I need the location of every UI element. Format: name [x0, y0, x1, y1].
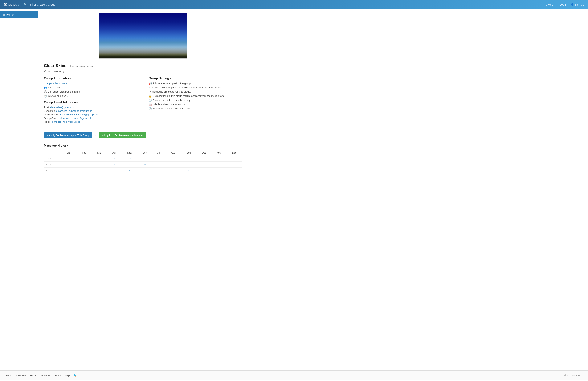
group-started-text: Started on 5/09/20	[48, 95, 68, 97]
col-apr: Apr	[107, 150, 122, 156]
row2020-jun[interactable]: 2	[138, 168, 152, 174]
group-topics-item: 💬 28 Topics, Last Post: 8:50am	[44, 90, 137, 93]
membership-buttons: + Apply For Membership In This Group or …	[44, 132, 242, 138]
message-history-section: Message History Jan Feb Mar Apr May Jun …	[44, 144, 242, 174]
row2020-jul[interactable]: 1	[152, 168, 165, 174]
row2021-apr[interactable]: 1	[107, 161, 122, 168]
settings-title: Group Settings	[149, 77, 242, 80]
setting-text-7: Members can edit their messages.	[153, 107, 191, 110]
row2021-sep	[181, 161, 197, 168]
owner-email-row: Group Owner: clearskies+owner@groups.io	[44, 117, 137, 120]
settings-list: 📢 All members can post to the group. ✔ P…	[149, 82, 242, 110]
post-email-link[interactable]: clearskies@groups.io	[50, 106, 74, 109]
history-title: Message History	[44, 144, 242, 147]
row2022-may[interactable]: 22	[122, 156, 138, 161]
footer-features-link[interactable]: Features	[16, 374, 26, 377]
col-jun: Jun	[138, 150, 152, 156]
sidebar-item-home[interactable]: ⌂ Home	[0, 11, 38, 18]
apply-membership-button[interactable]: + Apply For Membership In This Group	[44, 132, 92, 138]
row2020-may[interactable]: 7	[122, 168, 138, 174]
row2021-aug	[165, 161, 181, 168]
group-email-display: clearskies@groups.io	[69, 65, 94, 68]
group-website-link[interactable]: https://clearskies.eu	[46, 82, 68, 85]
or-separator: or	[94, 134, 97, 137]
unsubscribe-email-link[interactable]: clearskies+unsubscribe@groups.io	[59, 113, 98, 116]
row2022-sep	[181, 156, 197, 161]
edit-icon: 🕐	[149, 107, 152, 110]
row2022-feb	[76, 156, 92, 161]
setting-item-1: 📢 All members can post to the group.	[149, 82, 242, 85]
col-may: May	[122, 150, 138, 156]
navbar-left: ✉ Groups.io 🔍 Find or Create a Group	[4, 2, 55, 7]
navbar-brand[interactable]: ✉ Groups.io	[4, 2, 20, 7]
help-email-link[interactable]: clearskies+help@groups.io	[50, 120, 80, 123]
info-icon: ℹ	[546, 3, 547, 6]
col-mar: Mar	[92, 150, 107, 156]
row2022-apr[interactable]: 1	[107, 156, 122, 161]
history-table: Jan Feb Mar Apr May Jun Jul Aug Sep Oct …	[44, 150, 242, 174]
history-header-row: Jan Feb Mar Apr May Jun Jul Aug Sep Oct …	[44, 150, 242, 156]
login-nav-link[interactable]: → Log In	[556, 3, 567, 6]
group-header: Clear Skies clearskies@groups.io	[44, 63, 242, 68]
footer-copyright: © 2022 Groups.io	[564, 374, 582, 377]
setting-item-5: 🕐 Archive is visible to members only.	[149, 99, 242, 102]
house-icon: ⌂	[44, 82, 45, 85]
signup-nav-link[interactable]: 👤 Sign Up	[571, 3, 584, 6]
reply-icon: ↩	[149, 90, 151, 93]
login-member-label: ↩ Log In If You Are Already A Member	[102, 134, 143, 137]
year-2021: 2021	[44, 161, 62, 168]
group-info-title: Group Information	[44, 77, 137, 80]
row2020-mar	[92, 168, 107, 174]
footer-about-link[interactable]: About	[6, 374, 12, 377]
group-email-title: Group Email Addresses	[44, 100, 137, 104]
row2021-may[interactable]: 6	[122, 161, 138, 168]
group-members-text: 38 Members	[48, 86, 62, 89]
unsubscribe-email-row: Unsubscribe: clearskies+unsubscribe@grou…	[44, 113, 137, 116]
help-nav-link[interactable]: ℹ Help	[546, 3, 553, 6]
setting-text-5: Archive is visible to members only.	[153, 99, 191, 101]
group-started-item: 🕐 Started on 5/09/20	[44, 95, 137, 98]
hero-container	[44, 13, 242, 59]
page-layout: ⌂ Home Clear Skies clearskies@groups.io …	[0, 9, 588, 370]
table-row: 2021 1 1 6 9	[44, 161, 242, 168]
main-content: Clear Skies clearskies@groups.io Visual …	[38, 9, 248, 370]
twitter-icon[interactable]: 🐦	[74, 374, 77, 377]
col-oct: Oct	[197, 150, 211, 156]
setting-text-4: Subscriptions to this group require appr…	[153, 95, 224, 97]
subscribe-email-link[interactable]: clearskies+subscribe@groups.io	[56, 110, 92, 112]
row2022-jul	[152, 156, 165, 161]
wiki-icon: 📖	[149, 103, 152, 106]
footer-updates-link[interactable]: Updates	[41, 374, 50, 377]
group-topics-text: 28 Topics, Last Post: 8:50am	[48, 90, 80, 93]
login-member-button[interactable]: ↩ Log In If You Are Already A Member	[99, 132, 147, 138]
row2021-jul	[152, 161, 165, 168]
row2020-apr	[107, 168, 122, 174]
col-jan: Jan	[62, 150, 76, 156]
hero-overlay	[99, 47, 187, 59]
row2021-jan[interactable]: 1	[62, 161, 76, 168]
row2020-dec	[227, 168, 242, 174]
navbar-right: ℹ Help → Log In 👤 Sign Up	[546, 3, 584, 6]
owner-email-link[interactable]: clearskies+owner@groups.io	[60, 117, 92, 120]
left-column: Group Information ⌂ https://clearskies.e…	[44, 77, 137, 128]
row2021-mar	[92, 161, 107, 168]
footer-pricing-link[interactable]: Pricing	[30, 374, 37, 377]
row2020-sep[interactable]: 3	[181, 168, 197, 174]
row2021-dec	[227, 161, 242, 168]
group-website-item: ⌂ https://clearskies.eu	[44, 82, 137, 85]
row2021-jun[interactable]: 9	[138, 161, 152, 168]
footer-terms-link[interactable]: Terms	[54, 374, 61, 377]
search-bar[interactable]: 🔍 Find or Create a Group	[23, 3, 55, 6]
info-columns: Group Information ⌂ https://clearskies.e…	[44, 77, 242, 128]
setting-item-6: 📖 Wiki is visible to members only.	[149, 103, 242, 106]
table-row: 2022 1 22	[44, 156, 242, 161]
col-nov: Nov	[211, 150, 227, 156]
group-email-section: Post: clearskies@groups.io Subscribe: cl…	[44, 106, 137, 123]
footer-help-link[interactable]: Help	[65, 374, 70, 377]
row2020-nov	[211, 168, 227, 174]
col-aug: Aug	[165, 150, 181, 156]
row2021-oct	[197, 161, 211, 168]
group-description: Visual astronomy	[44, 70, 242, 73]
row2022-oct	[197, 156, 211, 161]
check-icon: ✔	[149, 86, 151, 89]
